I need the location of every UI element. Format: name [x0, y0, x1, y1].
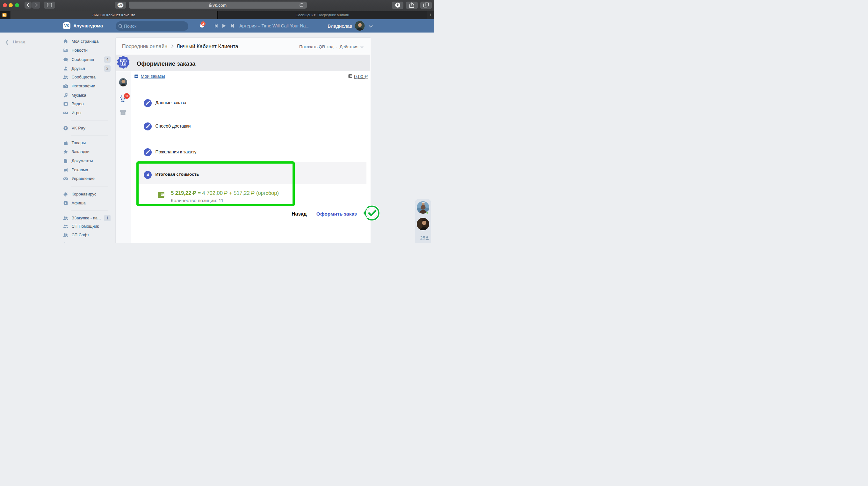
svg-text:P: P: [65, 126, 67, 130]
svg-text:ABP: ABP: [118, 4, 123, 6]
